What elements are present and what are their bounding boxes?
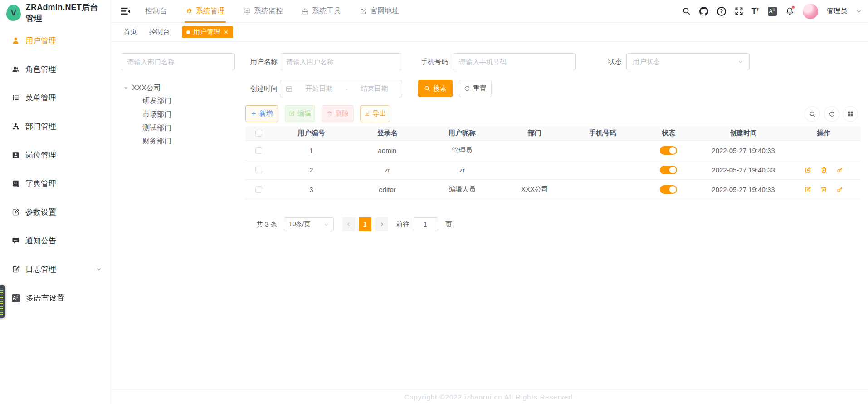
font-size-icon[interactable]: TT (752, 7, 760, 15)
tab-home[interactable]: 首页 (123, 28, 137, 36)
sidebar-item-menus[interactable]: 菜单管理 (0, 84, 111, 112)
chevron-down-icon (324, 222, 329, 227)
tab-close-icon[interactable] (224, 30, 229, 34)
nav-item-website[interactable]: 官网地址 (359, 0, 400, 23)
cell-login: zr (351, 166, 424, 174)
column-settings-button[interactable] (843, 106, 858, 122)
cell-login: editor (351, 186, 424, 193)
cell-created: 2022-05-27 19:40:33 (700, 186, 786, 193)
sidebar-item-departments[interactable]: 部门管理 (0, 112, 111, 141)
grid-icon (847, 111, 853, 117)
nav-item-system-monitor[interactable]: 系统监控 (243, 0, 284, 23)
cell-created: 2022-05-27 19:40:33 (700, 166, 786, 174)
refresh-icon (829, 111, 835, 118)
nav-item-system-admin[interactable]: 系统管理 (185, 0, 226, 23)
row-edit-icon[interactable] (805, 167, 811, 173)
nav-item-label: 系统管理 (196, 6, 225, 16)
edit-button[interactable]: 编辑 (285, 105, 315, 122)
notification-bell-icon[interactable] (785, 7, 794, 15)
sidebar-item-i18n[interactable]: A文 多语言设置 (0, 284, 111, 312)
sidebar-item-label: 多语言设置 (26, 293, 64, 303)
search-icon[interactable] (682, 7, 691, 15)
status-select-placeholder: 用户状态 (633, 58, 738, 66)
row-reset-password-icon[interactable] (836, 167, 843, 173)
status-label: 状态 (608, 53, 622, 70)
tab-user-management[interactable]: 用户管理 (182, 26, 233, 38)
status-toggle[interactable] (660, 146, 677, 155)
page-size-select[interactable]: 10条/页 (284, 217, 334, 231)
tree-node-root[interactable]: XXX公司 (123, 82, 161, 94)
cell-user-id: 2 (272, 166, 351, 174)
calendar-icon (286, 85, 293, 92)
page-number-button[interactable]: 1 (359, 217, 371, 231)
cell-user-id: 3 (272, 186, 351, 193)
column-header-nickname: 用户昵称 (424, 129, 501, 138)
tree-node-child[interactable]: 研发部门 (142, 94, 171, 107)
sidebar-item-posts[interactable]: 岗位管理 (0, 141, 111, 169)
status-toggle[interactable] (660, 185, 677, 194)
trash-icon (327, 111, 332, 117)
prev-page-button[interactable] (342, 217, 355, 231)
sidebar-item-logs[interactable]: 日志管理 (0, 255, 111, 284)
github-icon[interactable] (699, 7, 708, 16)
sidebar-item-roles[interactable]: 角色管理 (0, 55, 111, 84)
username[interactable]: 管理员 (827, 7, 847, 15)
tree-node-child[interactable]: 市场部门 (142, 108, 171, 121)
tree-node-child[interactable]: 财务部门 (142, 135, 171, 148)
reset-button[interactable]: 重置 (459, 80, 492, 97)
nav-item-console[interactable]: 控制台 (144, 0, 168, 23)
edit-icon (289, 111, 295, 117)
status-toggle[interactable] (660, 166, 677, 174)
next-page-button[interactable] (375, 217, 388, 231)
chevron-down-icon[interactable] (96, 265, 102, 274)
select-all-checkbox[interactable] (255, 130, 262, 137)
page-content: 用户名称 手机号码 状态 用户状态 创建时间 开始日期 - 结束日期 搜索 重置 (111, 42, 868, 404)
tree-caret-icon[interactable] (123, 86, 128, 91)
sidebar-item-notices[interactable]: 通知公告 (0, 227, 111, 255)
top-menu: 控制台 系统管理 系统监控 系统工具 官网地址 (144, 0, 400, 23)
pagination-total: 共 3 条 (256, 217, 278, 231)
notification-dot (791, 5, 795, 9)
top-navbar: 控制台 系统管理 系统监控 系统工具 官网地址 (111, 0, 868, 23)
tab-console[interactable]: 控制台 (149, 28, 170, 36)
tree-node-child[interactable]: 测试部门 (142, 122, 171, 134)
dept-filter-input[interactable] (121, 53, 235, 70)
chevron-down-icon (738, 59, 743, 64)
chevron-right-icon (379, 222, 385, 227)
row-delete-icon[interactable] (820, 186, 827, 193)
table-header-row: 用户编号 登录名 用户昵称 部门 手机号码 状态 创建时间 操作 (245, 126, 861, 141)
row-checkbox[interactable] (255, 147, 262, 154)
user-menu-chevron-icon[interactable] (856, 8, 862, 14)
row-reset-password-icon[interactable] (836, 186, 843, 193)
help-icon[interactable]: ? (717, 7, 726, 16)
nav-item-system-tools[interactable]: 系统工具 (301, 0, 342, 23)
language-switch-icon[interactable]: A文 (768, 7, 777, 16)
goto-page-input[interactable] (413, 217, 438, 231)
row-edit-icon[interactable] (805, 186, 811, 193)
sidebar-collapse-icon[interactable] (121, 7, 131, 16)
show-search-toggle-button[interactable] (805, 106, 820, 122)
performance-monitor-widget[interactable] (0, 285, 5, 318)
username-input[interactable] (280, 53, 402, 70)
add-button[interactable]: 新增 (245, 105, 278, 122)
sidebar-item-users[interactable]: 用户管理 (0, 26, 111, 55)
app-logo-row[interactable]: V ZRAdmin.NET后台管理 (0, 0, 111, 25)
fullscreen-icon[interactable] (735, 7, 743, 15)
column-header-created: 创建时间 (700, 129, 786, 138)
book-icon (12, 180, 20, 187)
row-checkbox[interactable] (255, 167, 262, 173)
sidebar-item-dictionary[interactable]: 字典管理 (0, 169, 111, 198)
sidebar-item-label: 菜单管理 (25, 93, 56, 103)
delete-button[interactable]: 删除 (322, 105, 354, 122)
status-select[interactable]: 用户状态 (626, 53, 750, 70)
avatar[interactable] (803, 4, 818, 19)
search-button[interactable]: 搜索 (418, 80, 453, 97)
row-checkbox[interactable] (255, 186, 262, 193)
row-delete-icon[interactable] (820, 167, 827, 173)
app-title: ZRAdmin.NET后台管理 (26, 2, 104, 24)
sidebar-item-parameters[interactable]: 参数设置 (0, 198, 111, 227)
phone-input[interactable] (453, 53, 576, 70)
refresh-table-button[interactable] (824, 106, 839, 122)
export-button[interactable]: 导出 (360, 105, 390, 122)
date-range-picker[interactable]: 开始日期 - 结束日期 (280, 80, 402, 97)
